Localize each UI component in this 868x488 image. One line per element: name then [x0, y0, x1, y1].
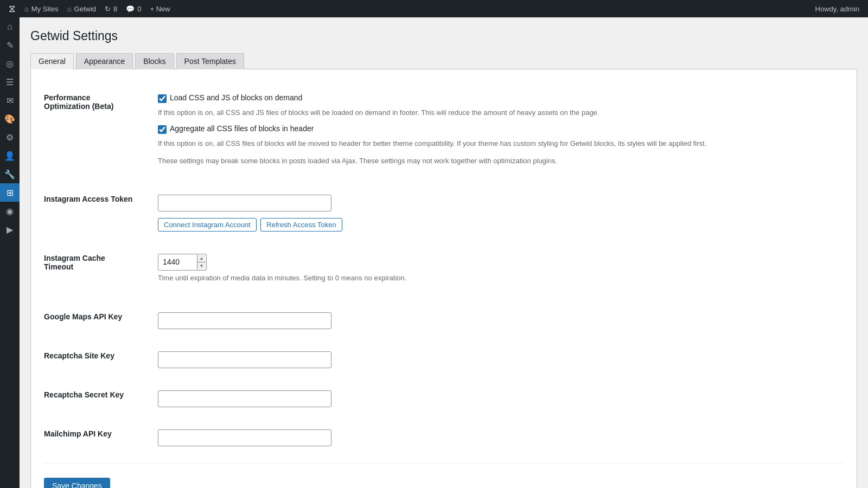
wp-logo[interactable]: ⧖	[4, 0, 20, 17]
mailchimp-label: Mailchimp API Key	[44, 418, 152, 457]
comments-icon: 💬	[126, 5, 135, 13]
load-css-js-checkbox[interactable]	[158, 94, 167, 103]
site-home-icon: ⌂	[67, 5, 72, 13]
sidebar-item-pages[interactable]: ☰	[0, 73, 20, 91]
refresh-token-button[interactable]: Refresh Access Token	[260, 218, 342, 232]
aggregate-css-checkbox[interactable]	[158, 125, 167, 134]
comments-menu[interactable]: 💬 0	[122, 0, 145, 17]
sidebar-item-dashboard[interactable]: ⌂	[0, 17, 20, 36]
connect-instagram-button[interactable]: Connect Instagram Account	[158, 218, 257, 232]
settings-form-table: Performance Optimization (Beta) Load CSS…	[44, 82, 844, 458]
instagram-cache-label: Instagram Cache Timeout	[44, 243, 152, 301]
my-sites-menu[interactable]: ⌂ My Sites	[20, 0, 63, 17]
sidebar-item-player[interactable]: ▶	[0, 220, 20, 239]
sidebar-item-settings[interactable]: ⊞	[0, 183, 20, 202]
howdy-text: Howdy, admin	[815, 5, 859, 13]
comments-count: 0	[137, 5, 141, 13]
updates-icon: ↻	[105, 5, 111, 13]
spinner-down-button[interactable]: ▼	[197, 262, 206, 269]
tab-navigation: General Appearance Blocks Post Templates	[30, 53, 857, 69]
site-name-menu[interactable]: ⌂ Getwid	[63, 0, 100, 17]
sidebar-item-media[interactable]: ◎	[0, 54, 20, 73]
submit-row: Save Changes	[44, 463, 844, 488]
spinner-buttons: ▲ ▼	[197, 255, 206, 269]
tab-blocks[interactable]: Blocks	[135, 53, 174, 69]
user-menu[interactable]: Howdy, admin	[811, 0, 864, 17]
recaptcha-secret-label: Recaptcha Secret Key	[44, 379, 152, 418]
checkbox2-label[interactable]: Aggregate all CSS files of blocks in hea…	[170, 124, 314, 133]
recaptcha-site-cell	[152, 340, 844, 379]
google-maps-cell	[152, 301, 844, 340]
google-maps-input[interactable]	[158, 312, 331, 329]
sidebar-item-tools[interactable]: 🔧	[0, 165, 20, 183]
instagram-token-row: Instagram Access Token Connect Instagram…	[44, 184, 844, 243]
mailchimp-input[interactable]	[158, 429, 331, 446]
checkbox2-row: Aggregate all CSS files of blocks in hea…	[158, 124, 838, 134]
performance-options: Load CSS and JS of blocks on demand If t…	[152, 82, 844, 184]
sidebar-item-plugins[interactable]: ⚙	[0, 128, 20, 146]
google-maps-row: Google Maps API Key	[44, 301, 844, 340]
updates-menu[interactable]: ↻ 8	[100, 0, 122, 17]
sidebar-item-posts[interactable]: ✎	[0, 36, 20, 54]
recaptcha-site-input[interactable]	[158, 351, 331, 368]
sidebar-item-appearance[interactable]: 🎨	[0, 110, 20, 128]
performance-row: Performance Optimization (Beta) Load CSS…	[44, 82, 844, 184]
my-sites-label: My Sites	[31, 5, 59, 13]
sidebar-item-users[interactable]: 👤	[0, 146, 20, 165]
checkbox1-row: Load CSS and JS of blocks on demand	[158, 93, 838, 103]
recaptcha-secret-row: Recaptcha Secret Key	[44, 379, 844, 418]
main-content: Getwid Settings General Appearance Block…	[20, 17, 868, 488]
admin-bar: ⧖ ⌂ My Sites ⌂ Getwid ↻ 8 💬 0 + New Howd…	[0, 0, 868, 17]
admin-sidebar: ⌂ ✎ ◎ ☰ ✉ 🎨 ⚙ 👤 🔧 ⊞ ◉ ▶	[0, 17, 20, 488]
updates-count: 8	[113, 5, 117, 13]
instagram-token-input[interactable]	[158, 195, 331, 211]
mailchimp-cell	[152, 418, 844, 457]
instagram-token-label: Instagram Access Token	[44, 184, 152, 243]
mailchimp-row: Mailchimp API Key	[44, 418, 844, 457]
page-title: Getwid Settings	[30, 28, 857, 44]
new-label: + New	[150, 5, 170, 13]
recaptcha-secret-cell	[152, 379, 844, 418]
recaptcha-site-label: Recaptcha Site Key	[44, 340, 152, 379]
my-sites-icon: ⌂	[24, 5, 29, 13]
instagram-buttons-group: Connect Instagram Account Refresh Access…	[158, 215, 838, 232]
new-content-menu[interactable]: + New	[146, 0, 175, 17]
google-maps-label: Google Maps API Key	[44, 301, 152, 340]
instagram-token-cell: Connect Instagram Account Refresh Access…	[152, 184, 844, 243]
recaptcha-site-row: Recaptcha Site Key	[44, 340, 844, 379]
settings-panel: Performance Optimization (Beta) Load CSS…	[30, 69, 857, 488]
instagram-cache-cell: ▲ ▼ Time until expiration of media data …	[152, 243, 844, 301]
performance-label: Performance Optimization (Beta)	[44, 82, 152, 184]
warning-description: These settings may break some blocks in …	[158, 156, 838, 166]
sidebar-item-getwid[interactable]: ◉	[0, 202, 20, 220]
settings-wrap: Getwid Settings General Appearance Block…	[30, 28, 857, 488]
spinner-up-button[interactable]: ▲	[197, 255, 206, 262]
tab-post-templates[interactable]: Post Templates	[176, 53, 244, 69]
cache-timeout-description: Time until expiration of media data in m…	[158, 273, 838, 284]
cache-timeout-wrapper: ▲ ▼	[158, 254, 207, 271]
recaptcha-secret-input[interactable]	[158, 390, 331, 407]
tab-appearance[interactable]: Appearance	[76, 53, 133, 69]
sidebar-item-comments[interactable]: ✉	[0, 91, 20, 110]
checkbox1-label[interactable]: Load CSS and JS of blocks on demand	[170, 93, 302, 102]
save-changes-button[interactable]: Save Changes	[44, 478, 110, 488]
tab-general[interactable]: General	[30, 53, 74, 69]
checkbox2-description: If this option is on, all CSS files of b…	[158, 138, 838, 149]
site-name-label: Getwid	[74, 5, 96, 13]
checkbox1-description: If this option is on, all CSS and JS fil…	[158, 107, 838, 118]
instagram-cache-row: Instagram Cache Timeout ▲ ▼ Time until e…	[44, 243, 844, 301]
